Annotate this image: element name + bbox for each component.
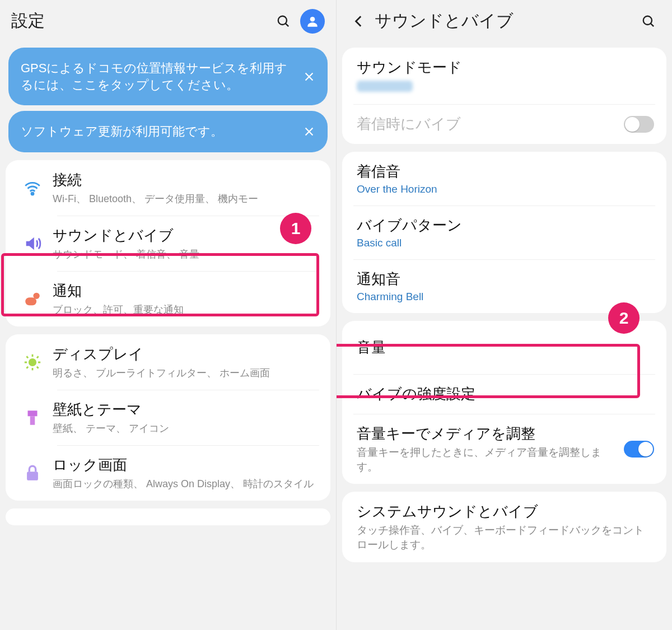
vibrate-toggle[interactable] bbox=[624, 116, 654, 133]
item-value: Over the Horizon bbox=[357, 183, 652, 195]
svg-point-7 bbox=[31, 192, 34, 194]
svg-line-18 bbox=[37, 356, 39, 358]
vibration-pattern-item[interactable]: バイブパターン Basic call bbox=[342, 206, 666, 259]
banner-text: ソフトウェア更新が利用可能です。 bbox=[21, 124, 223, 138]
banner-text: GPSによるドコモの位置情報サービスを利用するには、ここをタップしてください。 bbox=[21, 61, 287, 92]
volume-card: 音量 バイブの強度設定 音量キーでメディアを調整 音量キーを押したときに、メディ… bbox=[342, 321, 666, 484]
theme-icon bbox=[23, 408, 42, 427]
item-value: Basic call bbox=[357, 237, 652, 249]
item-title: サウンドモード bbox=[357, 58, 652, 77]
close-banner-button[interactable] bbox=[301, 68, 318, 85]
system-sound-card: システムサウンドとバイブ タッチ操作音、バイブ、キーボードフィードバックをコント… bbox=[342, 492, 666, 562]
sound-icon bbox=[23, 234, 42, 253]
vibrate-on-ring-item[interactable]: 着信時にバイブ bbox=[342, 104, 666, 144]
item-title: 着信時にバイブ bbox=[357, 114, 616, 134]
svg-line-16 bbox=[37, 366, 39, 368]
settings-item-connections[interactable]: 接続 Wi-Fi、 Bluetooth、 データ使用量、 機内モー bbox=[6, 160, 330, 216]
notification-icon bbox=[23, 290, 42, 309]
update-banner[interactable]: ソフトウェア更新が利用可能です。 bbox=[8, 111, 328, 152]
settings-pane: 設定 GPSによるドコモの位置情報サービスを利用するには、ここをタップしてくださ… bbox=[0, 0, 336, 630]
item-sub: 壁紙、 テーマ、 アイコン bbox=[53, 422, 319, 435]
settings-item-display[interactable]: ディスプレイ 明るさ、 ブルーライトフィルター、 ホーム画面 bbox=[6, 334, 330, 390]
close-icon bbox=[303, 71, 315, 83]
svg-point-20 bbox=[643, 16, 652, 24]
item-sub: 明るさ、 ブルーライトフィルター、 ホーム画面 bbox=[53, 366, 319, 380]
profile-button[interactable] bbox=[300, 9, 325, 34]
close-icon bbox=[303, 125, 315, 138]
person-icon bbox=[305, 14, 320, 29]
display-icon bbox=[23, 353, 42, 372]
step-badge-1: 1 bbox=[280, 213, 311, 244]
header: 設定 bbox=[0, 0, 336, 42]
search-button[interactable] bbox=[636, 9, 661, 34]
item-title: システムサウンドとバイブ bbox=[357, 502, 652, 521]
svg-rect-8 bbox=[25, 297, 36, 305]
settings-group: ディスプレイ 明るさ、 ブルーライトフィルター、 ホーム画面 壁紙とテーマ 壁紙… bbox=[6, 334, 330, 501]
item-title: バイブの強度設定 bbox=[357, 384, 652, 404]
item-sub: タッチ操作音、バイブ、キーボードフィードバックをコントロールします。 bbox=[357, 523, 652, 552]
svg-point-2 bbox=[310, 16, 315, 21]
item-sub: Wi-Fi、 Bluetooth、 データ使用量、 機内モー bbox=[53, 192, 319, 206]
system-sound-item[interactable]: システムサウンドとバイブ タッチ操作音、バイブ、キーボードフィードバックをコント… bbox=[342, 492, 666, 562]
search-button[interactable] bbox=[271, 9, 296, 34]
search-icon bbox=[276, 14, 291, 29]
search-icon bbox=[641, 14, 656, 29]
sound-pane: サウンドとバイブ サウンドモード 着信時にバイブ 着信音 Over the Ho… bbox=[336, 0, 672, 630]
item-title: ロック画面 bbox=[53, 455, 319, 475]
item-title: 接続 bbox=[53, 170, 319, 190]
item-title: 着信音 bbox=[357, 162, 652, 181]
media-volume-key-item[interactable]: 音量キーでメディアを調整 音量キーを押したときに、メディア音量を調整します。 bbox=[342, 414, 666, 484]
back-button[interactable] bbox=[348, 14, 370, 29]
settings-group: 接続 Wi-Fi、 Bluetooth、 データ使用量、 機内モー サウンドとバ… bbox=[6, 160, 330, 326]
header: サウンドとバイブ bbox=[337, 0, 672, 42]
item-title: 壁紙とテーマ bbox=[53, 400, 319, 419]
page-title: 設定 bbox=[11, 10, 267, 32]
item-sub: サウンドモード、 着信音、 音量 bbox=[53, 248, 319, 261]
page-title: サウンドとバイブ bbox=[375, 10, 632, 32]
close-banner-button[interactable] bbox=[301, 123, 318, 140]
svg-point-9 bbox=[33, 292, 39, 298]
settings-item-notifications[interactable]: 通知 ブロック、許可、重要な通知 bbox=[6, 271, 330, 326]
item-value: Charming Bell bbox=[357, 291, 652, 303]
ringtone-item[interactable]: 着信音 Over the Horizon bbox=[342, 152, 666, 206]
svg-line-21 bbox=[651, 23, 654, 26]
settings-item-lockscreen[interactable]: ロック画面 画面ロックの種類、 Always On Display、 時計のスタ… bbox=[6, 445, 330, 501]
chevron-left-icon bbox=[352, 14, 366, 29]
item-title: 通知 bbox=[53, 281, 319, 301]
item-title: バイブパターン bbox=[357, 216, 652, 235]
item-title: ディスプレイ bbox=[53, 344, 319, 364]
sound-mode-item[interactable]: サウンドモード bbox=[342, 48, 666, 104]
svg-point-0 bbox=[278, 16, 287, 24]
avatar bbox=[300, 9, 325, 34]
step-badge-2: 2 bbox=[608, 302, 640, 334]
svg-point-10 bbox=[29, 358, 36, 366]
media-key-toggle[interactable] bbox=[624, 441, 654, 458]
lock-icon bbox=[23, 464, 42, 483]
svg-line-15 bbox=[26, 356, 28, 358]
sound-mode-card: サウンドモード 着信時にバイブ bbox=[342, 48, 666, 144]
item-title: 音量 bbox=[357, 338, 652, 357]
item-title: 音量キーでメディアを調整 bbox=[357, 424, 616, 444]
wifi-icon bbox=[23, 179, 42, 198]
item-title: サウンドとバイブ bbox=[53, 226, 319, 245]
svg-line-17 bbox=[26, 366, 28, 368]
item-sub: 音量キーを押したときに、メディア音量を調整します。 bbox=[357, 445, 616, 474]
vibration-intensity-item[interactable]: バイブの強度設定 bbox=[342, 374, 666, 414]
settings-item-theme[interactable]: 壁紙とテーマ 壁紙、 テーマ、 アイコン bbox=[6, 390, 330, 445]
svg-rect-19 bbox=[27, 472, 38, 480]
gps-banner[interactable]: GPSによるドコモの位置情報サービスを利用するには、ここをタップしてください。 bbox=[8, 48, 328, 105]
ringtone-card: 着信音 Over the Horizon バイブパターン Basic call … bbox=[342, 152, 666, 313]
item-sub: 画面ロックの種類、 Always On Display、 時計のスタイル bbox=[53, 477, 319, 491]
settings-group-peek bbox=[6, 508, 330, 525]
item-sub: ブロック、許可、重要な通知 bbox=[53, 303, 319, 316]
sound-mode-value-blurred bbox=[357, 81, 413, 92]
item-title: 通知音 bbox=[357, 269, 652, 289]
svg-line-1 bbox=[286, 23, 288, 26]
